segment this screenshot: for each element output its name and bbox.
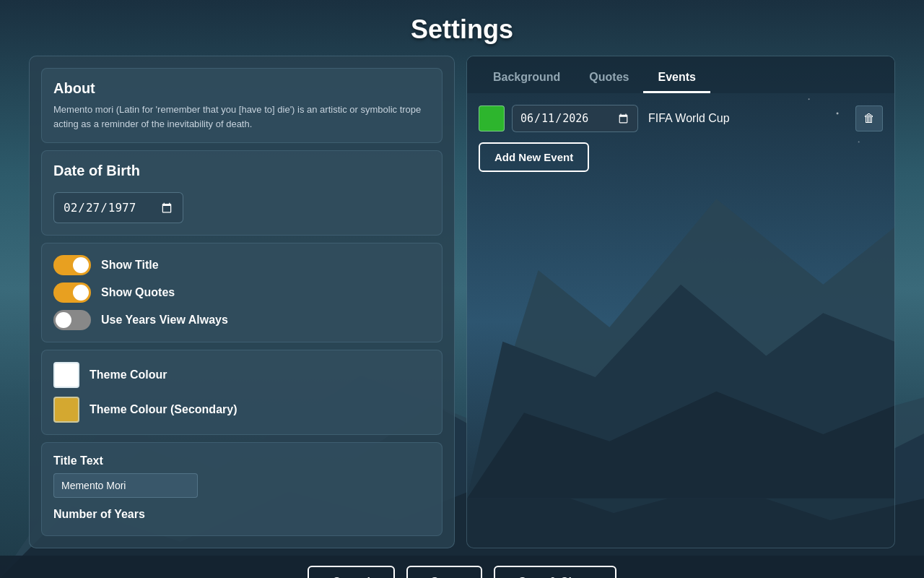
show-quotes-label: Show Quotes — [101, 286, 175, 299]
theme-colour-row: Theme Colour — [53, 362, 430, 388]
footer-buttons: Cancel Save Save & Close — [308, 566, 616, 578]
use-years-label: Use Years View Always — [101, 314, 228, 327]
use-years-toggle[interactable] — [53, 310, 91, 330]
colours-section: Theme Colour Theme Colour (Secondary) — [41, 350, 443, 435]
tab-quotes[interactable]: Quotes — [575, 64, 643, 93]
theme-colour-label: Theme Colour — [90, 368, 167, 381]
left-panel: About Memento mori (Latin for 'remember … — [29, 56, 455, 548]
secondary-colour-swatch[interactable] — [53, 397, 79, 423]
toggles-section: Show Title Show Quotes Use Years View Al… — [41, 243, 443, 342]
secondary-colour-row: Theme Colour (Secondary) — [53, 397, 430, 423]
event-row: 🗑 — [479, 105, 883, 132]
event-date-input[interactable] — [512, 105, 638, 132]
events-area: 🗑 Add New Event — [467, 93, 894, 184]
show-quotes-toggle-row: Show Quotes — [53, 282, 430, 303]
right-panel: Background Quotes Events 🗑 Add New Event — [466, 56, 895, 548]
page-title: Settings — [0, 0, 924, 56]
dob-section: Date of Birth — [41, 150, 443, 236]
tab-background[interactable]: Background — [479, 64, 575, 93]
title-text-label: Title Text — [53, 454, 430, 467]
tabs-container: Background Quotes Events — [467, 56, 894, 93]
dob-input[interactable] — [53, 192, 183, 223]
title-text-section: Title Text Number of Years — [41, 442, 443, 536]
main-content: About Memento mori (Latin for 'remember … — [29, 56, 895, 556]
add-new-event-button[interactable]: Add New Event — [479, 142, 589, 172]
secondary-colour-label: Theme Colour (Secondary) — [90, 403, 237, 416]
dob-label: Date of Birth — [53, 163, 430, 179]
cancel-button[interactable]: Cancel — [308, 566, 394, 578]
show-title-toggle-row: Show Title — [53, 255, 430, 275]
use-years-toggle-row: Use Years View Always — [53, 310, 430, 330]
theme-colour-swatch[interactable] — [53, 362, 79, 388]
save-button[interactable]: Save — [406, 566, 482, 578]
show-quotes-toggle[interactable] — [53, 282, 91, 303]
delete-event-button[interactable]: 🗑 — [855, 105, 883, 131]
tab-events[interactable]: Events — [643, 64, 710, 93]
event-name-input[interactable] — [645, 106, 848, 131]
about-description: Memento mori (Latin for 'remember that y… — [53, 103, 430, 131]
about-title: About — [53, 80, 430, 97]
save-close-button[interactable]: Save & Close — [494, 566, 616, 578]
footer: Cancel Save Save & Close Built by Black … — [0, 556, 924, 578]
event-color-swatch[interactable] — [479, 105, 505, 131]
show-title-toggle[interactable] — [53, 255, 91, 275]
about-section: About Memento mori (Latin for 'remember … — [41, 68, 443, 143]
show-title-label: Show Title — [101, 259, 159, 272]
right-content: Background Quotes Events 🗑 Add New Event — [467, 56, 894, 184]
number-of-years-label: Number of Years — [53, 508, 430, 521]
title-text-input[interactable] — [53, 473, 198, 498]
